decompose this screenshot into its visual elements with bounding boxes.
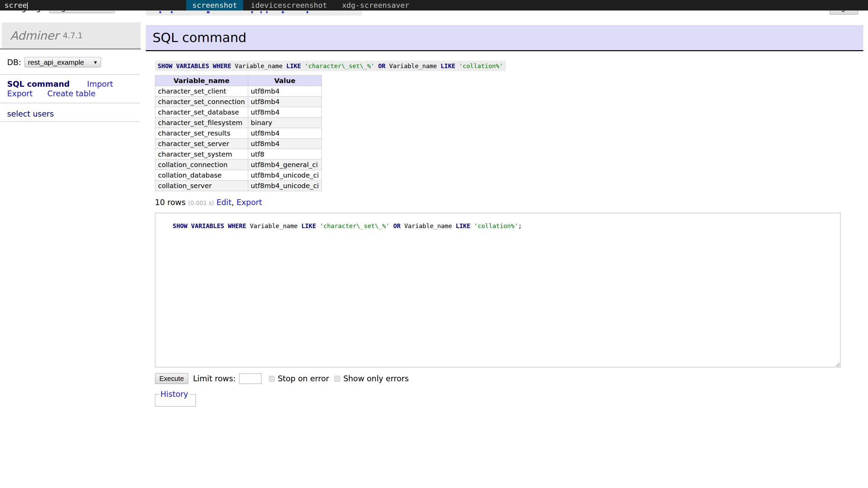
launcher-item-idevicescreenshot[interactable]: idevicescreenshot	[243, 0, 334, 11]
breadcrumb-text-fragment	[266, 11, 268, 13]
divider	[0, 121, 140, 122]
breadcrumb-text-fragment	[159, 11, 161, 13]
resize-handle-icon[interactable]	[835, 362, 840, 366]
sidebar-item-create-table[interactable]: Create table	[47, 89, 96, 98]
query-time: (0.001 s)	[188, 200, 214, 206]
database-selector-row: DB: rest_api_example ▼	[7, 57, 101, 67]
table-row: character_set_databaseutf8mb4	[155, 107, 322, 118]
launcher-item-xdg-screensaver[interactable]: xdg-screensaver	[335, 0, 417, 11]
page-title: SQL command	[146, 25, 863, 51]
db-select[interactable]: rest_api_example ▼	[24, 57, 101, 67]
table-row: character_set_connectionutf8mb4	[155, 97, 322, 107]
column-header: Value	[248, 76, 322, 86]
sidebar-item-sql-command[interactable]: SQL command	[7, 80, 70, 88]
launcher-input-text: scree	[4, 1, 27, 9]
launcher-input[interactable]: scree	[4, 0, 28, 11]
history-fieldset: History	[155, 390, 196, 407]
db-label: DB:	[7, 58, 21, 67]
executed-query-code: SHOW VARIABLES WHERE Variable_name LIKE …	[155, 61, 506, 71]
app-launcher-bar: scree screenshotidevicescreenshotxdg-scr…	[0, 0, 868, 11]
sidebar-item-import[interactable]: Import	[87, 80, 113, 88]
table-row: character_set_resultsutf8mb4	[155, 128, 322, 139]
table-row: character_set_serverutf8mb4	[155, 139, 322, 149]
row-count: 10 rows	[155, 198, 185, 207]
variables-result-table: Variable_nameValue character_set_clientu…	[155, 75, 322, 191]
app-brand: Adminer 4.7.1	[2, 22, 141, 48]
sidebar-item-export[interactable]: Export	[7, 89, 33, 98]
breadcrumb-text-fragment	[171, 11, 173, 13]
breadcrumb-text-fragment	[251, 11, 253, 13]
limit-rows-input[interactable]	[239, 373, 261, 384]
table-row: character_set_filesystembinary	[155, 118, 322, 128]
result-summary: 10 rows (0.001 s) Edit, Export	[155, 198, 262, 207]
app-name: Adminer	[10, 29, 59, 42]
breadcrumb-text-fragment	[207, 11, 210, 13]
edit-link[interactable]: Edit	[216, 198, 232, 207]
sql-editor-code: SHOW VARIABLES WHERE Variable_name LIKE …	[173, 222, 522, 229]
table-row: collation_serverutf8mb4_unicode_ci	[155, 181, 322, 191]
divider	[0, 74, 140, 75]
show-only-errors-checkbox[interactable]	[334, 376, 340, 382]
table-row: collation_connectionutf8mb4_general_ci	[155, 160, 322, 170]
divider	[0, 103, 140, 103]
text-cursor-icon	[27, 2, 28, 9]
app-version: 4.7.1	[63, 31, 83, 40]
table-row: character_set_clientutf8mb4	[155, 86, 322, 97]
limit-rows-label: Limit rows:	[193, 374, 236, 383]
sql-editor[interactable]: SHOW VARIABLES WHERE Variable_name LIKE …	[155, 213, 841, 367]
chevron-down-icon: ▼	[93, 60, 98, 65]
breadcrumb-text-fragment	[260, 11, 262, 13]
launcher-item-screenshot[interactable]: screenshot	[186, 0, 243, 11]
export-link[interactable]: Export	[236, 198, 262, 207]
divider	[0, 48, 141, 49]
table-header-row: Variable_nameValue	[155, 76, 322, 86]
sidebar-item-select-users[interactable]: select users	[7, 109, 54, 118]
history-link[interactable]: History	[160, 390, 188, 399]
launcher-suggestions: screenshotidevicescreenshotxdg-screensav…	[186, 0, 417, 11]
sidebar-tables: select users	[7, 109, 54, 118]
show-only-errors-label[interactable]: Show only errors	[343, 374, 409, 383]
column-header: Variable_name	[155, 76, 248, 86]
table-row: character_set_systemutf8	[155, 149, 322, 160]
stop-on-error-label[interactable]: Stop on error	[278, 374, 329, 383]
sidebar-nav: SQL command Import Export Create table	[7, 79, 113, 98]
breadcrumb-text-fragment	[282, 11, 284, 13]
stop-on-error-checkbox[interactable]	[269, 376, 275, 382]
execute-button[interactable]: Execute	[155, 373, 188, 384]
query-controls: Execute Limit rows: Stop on error Show o…	[155, 372, 409, 385]
breadcrumb-text-fragment	[307, 11, 308, 13]
table-row: collation_databaseutf8mb4_unicode_ci	[155, 170, 322, 181]
